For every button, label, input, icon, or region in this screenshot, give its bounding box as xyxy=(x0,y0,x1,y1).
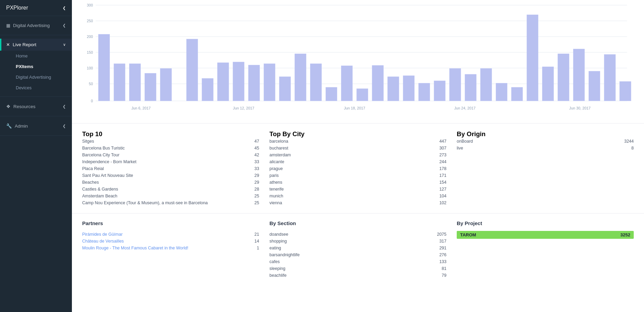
list-item: athens154 xyxy=(269,179,446,186)
list-item: bucharest307 xyxy=(269,145,446,152)
svg-rect-21 xyxy=(217,63,229,101)
svg-rect-41 xyxy=(527,15,538,101)
sidebar-item-digital-advertising[interactable]: ▦Digital Advertising ❮ xyxy=(0,20,72,31)
top-by-city-title: Top By City xyxy=(269,130,446,138)
svg-text:0: 0 xyxy=(91,99,93,103)
list-item: Pirámides de Güímar21 xyxy=(82,231,259,238)
svg-text:Jun 6, 2017: Jun 6, 2017 xyxy=(131,106,151,110)
list-item: doandsee2075 xyxy=(269,231,446,238)
sidebar-collapse-icon[interactable]: ❮ xyxy=(63,6,66,10)
brand-name: PXPlorer xyxy=(6,5,28,11)
sidebar-section-resources: ❖Resources ❮ xyxy=(0,97,72,116)
svg-rect-45 xyxy=(589,71,600,101)
top-by-city-section: Top By City barcelona447 bucharest307 am… xyxy=(269,130,446,206)
list-item: Sitges47 xyxy=(82,138,259,145)
list-item: tenerife127 xyxy=(269,186,446,193)
by-origin-list: onBoard3244 live8 xyxy=(457,138,634,152)
live-report-label: ✕Live Report xyxy=(6,42,36,47)
svg-rect-42 xyxy=(542,67,554,101)
svg-rect-24 xyxy=(264,64,275,101)
list-item: eating291 xyxy=(269,245,446,251)
by-project-section: By Project TAROM 3252 xyxy=(457,220,634,279)
list-item: Barcelona Bus Turistic45 xyxy=(82,145,259,152)
svg-text:200: 200 xyxy=(87,35,93,39)
partners-title: Partners xyxy=(82,220,259,226)
by-origin-title: By Origin xyxy=(457,130,634,138)
svg-rect-26 xyxy=(295,54,306,101)
list-item: Château de Versailles14 xyxy=(82,238,259,245)
top10-title: Top 10 xyxy=(82,130,259,138)
sidebar-subitem-devices[interactable]: Devices xyxy=(12,82,72,93)
project-tarom-bar: TAROM 3252 xyxy=(457,231,634,239)
chevron-right-icon: ❮ xyxy=(63,23,66,28)
admin-label: 🔧Admin xyxy=(6,123,28,129)
by-section-list: doandsee2075 shopping317 eating291 barsa… xyxy=(269,231,446,279)
list-item: sleeping81 xyxy=(269,265,446,272)
svg-rect-17 xyxy=(145,73,156,101)
sidebar-item-live-report[interactable]: ✕Live Report ∨ xyxy=(0,39,72,51)
list-item: Moulin Rouge - The Most Famous Cabaret i… xyxy=(82,245,259,251)
list-item: Camp Nou Experience (Tour & Museum), a m… xyxy=(82,199,259,206)
sidebar: PXPlorer ❮ ▦Digital Advertising ❮ ✕Live … xyxy=(0,0,72,312)
list-item: amsterdam273 xyxy=(269,152,446,158)
svg-rect-47 xyxy=(620,81,631,101)
svg-rect-27 xyxy=(310,64,321,101)
partners-section: Partners Pirámides de Güímar21 Château d… xyxy=(82,220,259,279)
svg-text:250: 250 xyxy=(87,19,93,23)
svg-text:100: 100 xyxy=(87,66,93,70)
sidebar-item-admin[interactable]: 🔧Admin ❮ xyxy=(0,120,72,132)
svg-text:Jun 18, 2017: Jun 18, 2017 xyxy=(344,106,365,110)
list-item: shopping317 xyxy=(269,238,446,245)
svg-rect-33 xyxy=(403,76,414,101)
svg-rect-36 xyxy=(450,68,461,101)
sidebar-subitem-pxitems[interactable]: PXItems xyxy=(12,61,72,72)
svg-rect-35 xyxy=(434,81,445,101)
list-item: Barcelona City Tour42 xyxy=(82,152,259,158)
chevron-right-icon-resources: ❮ xyxy=(63,104,66,109)
list-item: paris171 xyxy=(269,172,446,179)
svg-rect-18 xyxy=(160,68,172,101)
sidebar-item-resources[interactable]: ❖Resources ❮ xyxy=(0,100,72,113)
sidebar-section-digital-advertising: ▦Digital Advertising ❮ xyxy=(0,16,72,35)
list-item: Placa Reial33 xyxy=(82,165,259,172)
chart-container: 300 250 200 150 100 50 0 xyxy=(72,0,644,123)
sidebar-subitem-home[interactable]: Home xyxy=(12,51,72,61)
sidebar-section-admin: 🔧Admin ❮ xyxy=(0,116,72,136)
list-item: Amsterdam Beach25 xyxy=(82,193,259,199)
svg-rect-23 xyxy=(248,65,260,101)
sidebar-brand[interactable]: PXPlorer ❮ xyxy=(0,0,72,16)
bar-chart-svg: 300 250 200 150 100 50 0 xyxy=(82,3,634,116)
sidebar-subitem-digital-advertising[interactable]: Digital Advertising xyxy=(12,72,72,82)
svg-rect-30 xyxy=(357,89,368,101)
svg-rect-14 xyxy=(98,34,110,101)
by-project-list: TAROM 3252 xyxy=(457,231,634,239)
list-item: vienna102 xyxy=(269,199,446,206)
list-item: Sant Pau Art Nouveau Site29 xyxy=(82,172,259,179)
bar-chart-wrap: 300 250 200 150 100 50 0 xyxy=(82,3,634,116)
live-report-submenu: Home PXItems Digital Advertising Devices xyxy=(0,51,72,93)
list-item: munich104 xyxy=(269,193,446,199)
svg-rect-20 xyxy=(202,78,213,101)
svg-rect-40 xyxy=(511,87,522,101)
svg-rect-25 xyxy=(279,77,291,101)
list-item: cafes133 xyxy=(269,258,446,265)
svg-text:150: 150 xyxy=(87,50,93,54)
svg-text:50: 50 xyxy=(89,82,93,86)
by-project-title: By Project xyxy=(457,220,634,226)
svg-rect-28 xyxy=(326,87,337,101)
project-tarom-name: TAROM xyxy=(460,232,476,237)
list-item: prague178 xyxy=(269,165,446,172)
svg-rect-31 xyxy=(372,65,383,101)
list-item: live8 xyxy=(457,145,634,152)
svg-rect-43 xyxy=(558,54,569,101)
resources-label: ❖Resources xyxy=(6,104,36,109)
svg-text:Jun 12, 2017: Jun 12, 2017 xyxy=(233,106,254,110)
svg-rect-16 xyxy=(129,64,141,101)
svg-text:300: 300 xyxy=(87,3,93,7)
list-item: barsandnightlife276 xyxy=(269,251,446,258)
svg-rect-32 xyxy=(388,77,399,101)
partners-list: Pirámides de Güímar21 Château de Versail… xyxy=(82,231,259,251)
svg-rect-19 xyxy=(187,39,198,101)
list-item: Beaches29 xyxy=(82,179,259,186)
by-origin-section: By Origin onBoard3244 live8 xyxy=(457,130,634,206)
